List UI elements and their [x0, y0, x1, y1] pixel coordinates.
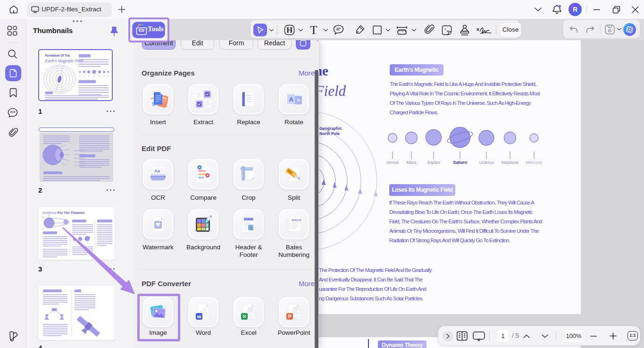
svg-text:Saturn: Saturn — [453, 160, 467, 165]
svg-text:North Pole: North Pole — [319, 131, 340, 136]
svg-text:Aa: Aa — [154, 169, 160, 173]
svg-text:Neptune: Neptune — [502, 160, 519, 165]
svg-text:For The Theories: For The Theories — [58, 211, 84, 214]
svg-text:Venus: Venus — [386, 160, 399, 165]
svg-text:Formation Of The: Formation Of The — [45, 54, 70, 57]
svg-text:A: A — [289, 96, 293, 103]
svg-text:000123: 000123 — [292, 219, 301, 221]
svg-text:>: > — [297, 97, 300, 103]
svg-text:Geographic: Geographic — [319, 126, 342, 131]
svg-text:Earth's Magnetic Field: Earth's Magnetic Field — [45, 59, 83, 63]
svg-text:Mars: Mars — [406, 160, 416, 165]
svg-text:P: P — [288, 314, 292, 319]
svg-text:Mercury: Mercury — [526, 160, 543, 165]
svg-text:Evidence: Evidence — [43, 211, 57, 214]
svg-text:Uranus: Uranus — [479, 160, 494, 165]
svg-text:Jupiter: Jupiter — [427, 160, 441, 165]
svg-text:W: W — [197, 314, 201, 319]
